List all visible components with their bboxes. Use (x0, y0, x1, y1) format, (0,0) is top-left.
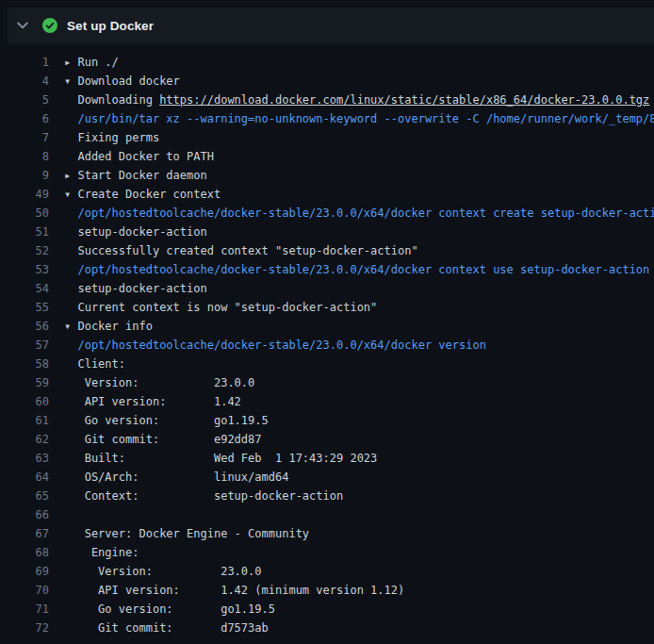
log-text: Fixing perms (77, 131, 159, 144)
line-content: Version: 23.0.0 (64, 562, 262, 581)
line-number[interactable]: 68 (0, 543, 49, 562)
line-number[interactable]: 56 (0, 317, 49, 336)
line-content: Built: Wed Feb 1 17:43:29 2023 (64, 449, 377, 468)
log-text: Run ./ (77, 56, 118, 69)
line-content: Context: setup-docker-action (64, 487, 343, 505)
log-line: 53/opt/hostedtoolcache/docker-stable/23.… (0, 260, 654, 279)
line-content (64, 505, 77, 524)
log-text: /opt/hostedtoolcache/docker-stable/23.0.… (77, 339, 485, 352)
log-line: 7Fixing perms (0, 128, 654, 147)
log-text: Context: setup-docker-action (77, 489, 343, 503)
line-number[interactable]: 62 (0, 430, 49, 449)
line-number[interactable]: 65 (0, 487, 49, 505)
log-text: Client: (77, 357, 125, 371)
line-number[interactable]: 52 (0, 241, 49, 260)
line-number[interactable]: 71 (0, 600, 49, 619)
line-content: Client: (64, 355, 125, 373)
line-number[interactable]: 70 (0, 581, 49, 600)
log-group-line[interactable]: 49▾Create Docker context (0, 185, 654, 204)
log-line: 67 Server: Docker Engine - Community (0, 524, 654, 543)
log-text: OS/Arch: linux/amd64 (77, 471, 288, 484)
log-line: 61 Go version: go1.19.5 (0, 411, 654, 430)
line-number[interactable]: 58 (0, 355, 49, 373)
line-content: Go version: go1.19.5 (64, 411, 269, 430)
triangle-expanded-icon[interactable]: ▾ (64, 72, 77, 91)
log-text: /opt/hostedtoolcache/docker-stable/23.0.… (77, 263, 649, 276)
line-content: Added Docker to PATH (64, 147, 214, 166)
line-number[interactable]: 5 (0, 91, 49, 109)
log-text: Docker info (77, 320, 152, 333)
log-line: 60 API version: 1.42 (0, 392, 654, 411)
line-number[interactable]: 53 (0, 260, 49, 279)
line-content: OS/Arch: linux/amd64 (64, 468, 288, 487)
line-number[interactable]: 7 (0, 128, 49, 147)
step-title: Set up Docker (67, 19, 154, 33)
line-number[interactable]: 72 (0, 619, 49, 637)
line-content: Version: 23.0.0 (64, 373, 254, 392)
line-number[interactable]: 57 (0, 336, 49, 355)
line-content: /usr/bin/tar xz --warning=no-unknown-key… (64, 109, 654, 128)
triangle-expanded-icon[interactable]: ▾ (64, 317, 77, 336)
line-content: Successfully created context "setup-dock… (64, 241, 418, 260)
step-header[interactable]: Set up Docker (8, 8, 654, 43)
line-number[interactable]: 61 (0, 411, 49, 430)
log-group-line[interactable]: 1▸Run ./ (0, 53, 654, 72)
line-number[interactable]: 59 (0, 373, 49, 392)
line-number[interactable]: 4 (0, 72, 49, 91)
log-text: Current context is now "setup-docker-act… (77, 301, 377, 314)
log-text: Go version: go1.19.5 (77, 414, 268, 427)
log-line: 59 Version: 23.0.0 (0, 373, 654, 392)
triangle-expanded-icon[interactable]: ▾ (64, 185, 77, 204)
line-number[interactable]: 9 (0, 166, 49, 185)
line-number[interactable]: 6 (0, 109, 49, 128)
line-number[interactable]: 51 (0, 223, 49, 241)
line-content: Engine: (64, 543, 139, 562)
line-number[interactable]: 64 (0, 468, 49, 487)
log-text: Server: Docker Engine - Community (77, 527, 309, 540)
log-text: Version: 23.0.0 (77, 376, 254, 389)
log-line: 65 Context: setup-docker-action (0, 487, 654, 505)
log-line: 55Current context is now "setup-docker-a… (0, 298, 654, 317)
line-number[interactable]: 8 (0, 147, 49, 166)
line-number[interactable]: 60 (0, 392, 49, 411)
line-content: Go version: go1.19.5 (64, 600, 275, 619)
line-number[interactable]: 69 (0, 562, 49, 581)
line-number[interactable]: 54 (0, 279, 49, 298)
log-text: Built: Wed Feb 1 17:43:29 2023 (77, 452, 377, 465)
line-content: API version: 1.42 (64, 392, 241, 411)
line-content: /opt/hostedtoolcache/docker-stable/23.0.… (64, 260, 649, 279)
log-line: 70 API version: 1.42 (minimum version 1.… (0, 581, 654, 600)
line-number[interactable]: 63 (0, 449, 49, 468)
log-line: 69 Version: 23.0.0 (0, 562, 654, 581)
log-line: 62 Git commit: e92dd87 (0, 430, 654, 449)
line-content: Git commit: d7573ab (64, 619, 269, 637)
line-number[interactable]: 67 (0, 524, 49, 543)
log-text: setup-docker-action (77, 282, 206, 295)
line-content: setup-docker-action (64, 223, 207, 241)
log-text: Start Docker daemon (77, 169, 206, 182)
line-content: Git commit: e92dd87 (64, 430, 262, 449)
line-content: setup-docker-action (64, 279, 207, 298)
line-content: ▸Run ./ (64, 53, 119, 72)
line-number[interactable]: 66 (0, 505, 49, 524)
log-text: setup-docker-action (77, 225, 206, 239)
log-text: Go version: go1.19.5 (77, 603, 275, 616)
triangle-collapsed-icon[interactable]: ▸ (64, 53, 77, 72)
line-number[interactable]: 49 (0, 185, 49, 204)
log-text: Download docker (77, 74, 179, 88)
chevron-down-icon[interactable] (15, 18, 30, 33)
line-number[interactable]: 50 (0, 204, 49, 223)
log-group-line[interactable]: 9▸Start Docker daemon (0, 166, 654, 185)
log-text: Create Docker context (77, 188, 221, 201)
log-line: 5Downloading https://download.docker.com… (0, 91, 654, 109)
log-link[interactable]: https://download.docker.com/linux/static… (159, 93, 649, 107)
log-group-line[interactable]: 4▾Download docker (0, 72, 654, 91)
log-group-line[interactable]: 56▾Docker info (0, 317, 654, 336)
triangle-collapsed-icon[interactable]: ▸ (64, 166, 77, 185)
log-text: Downloading (77, 93, 159, 107)
line-number[interactable]: 1 (0, 53, 49, 72)
log-line: 71 Go version: go1.19.5 (0, 600, 654, 619)
line-number[interactable]: 55 (0, 298, 49, 317)
log-line: 57/opt/hostedtoolcache/docker-stable/23.… (0, 336, 654, 355)
line-content: Server: Docker Engine - Community (64, 524, 309, 543)
